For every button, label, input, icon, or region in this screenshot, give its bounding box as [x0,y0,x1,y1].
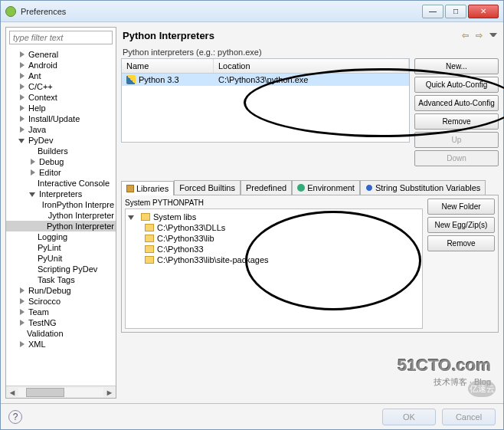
tab-string-substitution[interactable]: String Substitution Variables [360,180,486,195]
tree-item-builders[interactable]: Builders [6,146,116,156]
tree-item-label: PyUnit [38,254,62,263]
lib-tree-root[interactable]: System libs [128,212,420,222]
new-button[interactable]: New... [414,58,499,74]
tree-item-ant[interactable]: Ant [6,71,116,81]
collapse-icon[interactable] [29,190,38,199]
expand-icon[interactable] [29,158,38,166]
tree-item-pydev[interactable]: PyDev [6,135,116,146]
tree-item-interactive-console[interactable]: Interactive Console [6,178,116,189]
lib-path-item[interactable]: C:\Python33 [128,244,420,254]
col-location[interactable]: Location [214,59,409,73]
help-icon[interactable]: ? [8,410,22,424]
tab-label: Environment [307,183,355,192]
quick-auto-config-button[interactable]: Quick Auto-Config [414,77,499,93]
tree-item-android[interactable]: Android [6,60,116,71]
lib-path-item[interactable]: C:\Python33\lib [128,233,420,244]
cancel-button[interactable]: Cancel [442,409,496,425]
ok-button[interactable]: OK [382,409,436,425]
tree-item-label: Logging [38,232,67,241]
tree-item-team[interactable]: Team [6,307,116,317]
tab-libraries[interactable]: Libraries [121,181,174,195]
expand-icon[interactable] [18,319,27,327]
forward-icon[interactable]: ⇨ [476,31,486,41]
app-icon [5,6,16,17]
cell-name: Python 3.3 [126,75,218,84]
maximize-button[interactable]: □ [445,5,466,18]
scroll-thumb[interactable] [26,388,64,397]
tree-item-logging[interactable]: Logging [6,231,116,242]
up-button[interactable]: Up [414,132,499,148]
expand-icon[interactable] [18,340,27,349]
category-tree[interactable]: GeneralAndroidAntC/C++ContextHelpInstall… [6,48,116,386]
scroll-track[interactable] [18,388,103,397]
tree-item-general[interactable]: General [6,49,116,60]
tab-predefined[interactable]: Predefined [241,180,292,195]
pythonpath-tree[interactable]: System libs C:\Python33\DLLsC:\Python33\… [125,208,423,329]
expand-icon[interactable] [18,83,27,91]
tree-item-java[interactable]: Java [6,124,116,135]
tree-item-context[interactable]: Context [6,92,116,103]
collapse-icon[interactable] [128,213,136,222]
tree-item-editor[interactable]: Editor [6,167,116,178]
expand-icon[interactable] [29,169,38,177]
back-icon[interactable]: ⇦ [462,31,473,41]
scroll-right-icon[interactable]: ► [103,388,116,397]
table-row[interactable]: Python 3.3 C:\Python33\python.exe [122,74,409,86]
expand-icon[interactable] [18,115,27,123]
expand-icon[interactable] [18,72,27,80]
menu-dropdown-icon[interactable] [489,33,497,41]
collapse-icon[interactable] [18,136,27,145]
lib-remove-button[interactable]: Remove [427,235,495,251]
tree-item-install-update[interactable]: Install/Update [6,113,116,124]
tree-item-python-interpreter[interactable]: Python Interpreter [6,221,116,231]
titlebar: Preferences — □ ✕ [1,1,503,22]
col-name[interactable]: Name [122,59,214,73]
advanced-auto-config-button[interactable]: Advanced Auto-Config [414,95,499,111]
tree-item-ironpython-interpre[interactable]: IronPython Interpre [6,199,116,210]
interpreter-name: Python 3.3 [139,75,179,84]
tree-item-jython-interpreter[interactable]: Jython Interpreter [6,210,116,221]
interpreters-table[interactable]: Name Location Python 3.3 C:\Python33\pyt… [121,58,410,143]
sidebar-hscroll[interactable]: ◄ ► [6,386,116,398]
expand-icon[interactable] [18,126,27,134]
down-button[interactable]: Down [414,150,499,166]
lib-path-item[interactable]: C:\Python33\lib\site-packages [128,254,420,265]
new-folder-button[interactable]: New Folder [427,199,495,215]
tree-item-debug[interactable]: Debug [6,156,116,167]
tab-environment[interactable]: Environment [292,180,360,195]
expand-icon[interactable] [18,94,27,102]
expand-icon[interactable] [18,104,27,113]
tree-item-help[interactable]: Help [6,103,116,113]
tree-item-pyunit[interactable]: PyUnit [6,253,116,264]
tree-item-validation[interactable]: Validation [6,328,116,339]
tree-item-c-c-[interactable]: C/C++ [6,81,116,92]
scroll-left-icon[interactable]: ◄ [6,388,18,397]
tree-item-run-debug[interactable]: Run/Debug [6,285,116,296]
tree-item-label: Run/Debug [28,286,71,295]
tab-forced-builtins[interactable]: Forced Builtins [174,180,241,195]
tree-item-task-tags[interactable]: Task Tags [6,274,116,285]
expand-icon[interactable] [18,51,27,59]
tree-item-xml[interactable]: XML [6,339,116,350]
sidebar: GeneralAndroidAntC/C++ContextHelpInstall… [5,27,116,399]
tree-item-pylint[interactable]: PyLint [6,242,116,253]
header-toolbar: ⇦ ⇨ [462,31,497,41]
new-egg-button[interactable]: New Egg/Zip(s) [427,217,495,233]
expand-icon[interactable] [18,287,27,295]
lib-path-item[interactable]: C:\Python33\DLLs [128,222,420,233]
expand-icon[interactable] [18,297,27,306]
remove-button[interactable]: Remove [414,113,499,130]
tree-item-label: General [28,50,58,59]
tree-item-interpreters[interactable]: Interpreters [6,189,116,199]
minimize-button[interactable]: — [422,5,443,18]
expand-icon[interactable] [18,308,27,317]
tree-item-label: Interactive Console [38,179,110,188]
close-button[interactable]: ✕ [468,5,499,18]
tree-item-label: XML [28,340,46,349]
expand-icon[interactable] [18,61,27,70]
lib-path-label: C:\Python33\lib\site-packages [157,255,269,264]
tree-item-testng[interactable]: TestNG [6,317,116,328]
tree-item-scirocco[interactable]: Scirocco [6,296,116,307]
filter-input[interactable] [9,31,113,44]
tree-item-scripting-pydev[interactable]: Scripting PyDev [6,264,116,274]
